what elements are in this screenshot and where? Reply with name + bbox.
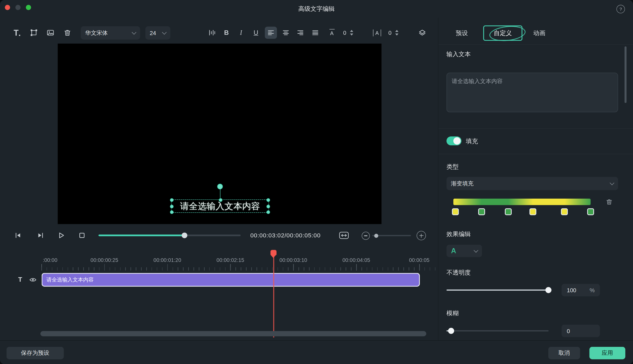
tab-animation[interactable]: 动画 [533,30,545,37]
gradient-delete-button[interactable] [605,197,614,206]
layer-style-button[interactable] [416,27,428,39]
align-right-icon [296,29,304,37]
gradient-stop-handle[interactable] [561,208,568,215]
selection-handle[interactable] [170,198,174,202]
fill-label: 填充 [466,138,478,145]
blur-value-box[interactable]: 0 [562,325,600,337]
font-size-select[interactable]: 24 [145,26,170,40]
align-center-icon [282,29,290,37]
ruler-label: 00:00:03:10 [279,257,307,263]
panel-divider [438,44,633,45]
previous-frame-button[interactable] [13,230,23,241]
blur-slider-thumb[interactable] [448,328,454,334]
stepper-down-icon[interactable] [350,33,353,36]
gradient-stop-handle[interactable] [478,208,485,215]
add-image-button[interactable] [44,26,57,40]
opacity-value: 100 [567,287,576,293]
selection-handle[interactable] [170,210,174,214]
apply-button[interactable]: 应用 [589,347,625,359]
vertical-text-icon: A [373,29,381,36]
image-icon [46,29,55,37]
previous-frame-icon [14,231,23,240]
opacity-slider[interactable] [447,289,549,291]
fill-type-value: 渐变填充 [451,180,474,187]
seek-slider[interactable] [98,234,241,236]
selection-handle[interactable] [266,210,270,214]
vertical-spacing-stepper[interactable]: 0 [388,27,398,39]
font-family-select[interactable]: 华文宋体 [81,26,140,40]
opacity-value-box[interactable]: 100 % [562,284,600,296]
underline-button[interactable]: U [250,27,262,39]
ruler-minor-ticks [40,267,438,270]
timeline-zoom-slider[interactable] [372,235,411,236]
bold-button[interactable]: B [220,27,233,39]
timeline-zoom-thumb[interactable] [374,233,378,237]
preview-canvas[interactable]: 请全选输入文本内容 [58,44,382,224]
fill-type-select[interactable]: 渐变填充 [447,177,618,190]
next-frame-button[interactable] [35,230,46,241]
trash-icon [63,29,71,37]
playhead-head[interactable] [271,250,277,255]
vertical-text-button[interactable]: A [371,27,383,39]
playhead-line[interactable] [273,256,274,338]
letter-spacing-button[interactable]: A [326,27,338,39]
layers-icon [418,29,426,37]
gradient-stop-handle[interactable] [587,208,594,215]
stepper-up-icon[interactable] [350,30,353,32]
ruler-label: :00:00 [43,257,57,263]
gradient-stop-handle[interactable] [505,208,512,215]
play-button[interactable] [56,230,67,241]
rotation-handle[interactable] [217,184,223,189]
selection-handle[interactable] [170,205,174,208]
timeline-text-clip[interactable]: 请全选输入文本内容 [42,273,420,287]
ruler-label: 00:00:02:15 [217,257,244,263]
advanced-text-editor-window: 高级文字编辑 ? T 华文宋体 24 B [0,0,633,364]
zoom-out-button[interactable] [362,232,370,240]
fill-toggle[interactable] [447,136,462,145]
ruler-labels: :00:0000:00:00:2500:00:01:2000:00:02:150… [40,257,438,264]
stepper-down-icon[interactable] [395,33,398,36]
track-visibility-button[interactable] [28,276,37,284]
text-tool-button[interactable]: T [10,26,24,40]
blur-slider[interactable] [447,330,549,332]
opacity-slider-thumb[interactable] [545,287,552,293]
letter-spacing-stepper[interactable]: 0 [343,27,353,39]
font-size-value: 24 [150,30,156,36]
stepper-up-icon[interactable] [395,30,398,32]
text-input-area[interactable]: 请全选输入文本内容 [447,73,618,112]
fit-to-window-button[interactable] [338,230,349,240]
delete-button[interactable] [61,26,74,40]
text-spacing-button[interactable] [206,27,218,39]
effect-select[interactable]: A [447,245,482,257]
play-icon [57,231,66,240]
align-right-button[interactable] [294,27,306,39]
timeline-ruler[interactable]: :00:0000:00:00:2500:00:01:2000:00:02:150… [40,257,438,264]
chevron-down-icon [162,30,166,35]
selection-handle[interactable] [219,198,223,202]
stop-button[interactable] [77,230,87,241]
fill-type-label: 类型 [447,163,459,171]
input-text-label: 输入文本 [447,50,471,58]
gradient-stop-handle[interactable] [530,208,536,215]
timeline-scrollbar[interactable] [40,331,426,336]
text-selection-box[interactable]: 请全选输入文本内容 [171,199,269,213]
selection-handle[interactable] [266,198,270,202]
help-icon[interactable]: ? [616,5,625,13]
panel-scrollbar[interactable] [625,46,627,103]
gradient-stop-handle[interactable] [452,208,459,215]
align-justify-button[interactable] [309,27,321,39]
italic-button[interactable]: I [235,27,247,39]
align-left-button[interactable] [265,27,277,39]
align-center-button[interactable] [280,27,292,39]
transform-tool-button[interactable] [27,26,41,40]
right-panel: 预设 自定义 动画 输入文本 请全选输入文本内容 填充 类型 渐变填充 效果编辑… [438,18,633,340]
save-as-preset-button[interactable]: 保存为预设 [6,347,64,359]
clip-label: 请全选输入文本内容 [46,276,94,284]
gradient-bar[interactable] [453,199,591,205]
seek-slider-thumb[interactable] [182,233,187,238]
seek-slider-fill [98,234,184,236]
selection-handle[interactable] [266,205,270,208]
tab-presets[interactable]: 预设 [456,30,468,37]
zoom-in-button[interactable] [417,231,426,240]
cancel-button[interactable]: 取消 [548,347,580,359]
